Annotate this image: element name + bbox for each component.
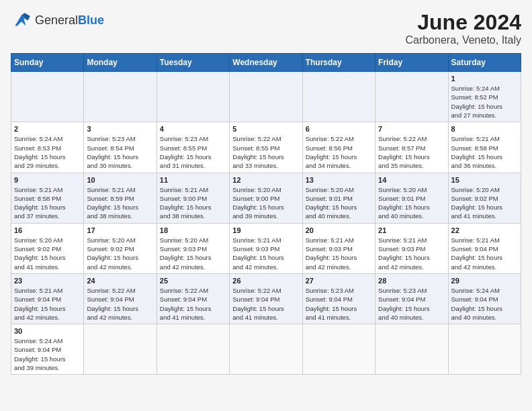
day-number: 10	[87, 176, 153, 184]
calendar-day-cell: 9Sunrise: 5:21 AMSunset: 8:58 PMDaylight…	[11, 173, 84, 223]
day-info: Sunrise: 5:21 AMSunset: 8:58 PMDaylight:…	[14, 185, 81, 221]
calendar-day-cell: 3Sunrise: 5:23 AMSunset: 8:54 PMDaylight…	[84, 122, 157, 173]
day-number: 11	[160, 176, 226, 184]
calendar-week-row: 30Sunrise: 5:24 AMSunset: 9:04 PMDayligh…	[11, 324, 521, 375]
day-info: Sunrise: 5:22 AMSunset: 8:57 PMDaylight:…	[378, 134, 445, 170]
calendar-day-cell: 26Sunrise: 5:22 AMSunset: 9:04 PMDayligh…	[230, 273, 302, 324]
calendar-day-cell	[230, 324, 302, 375]
calendar-day-cell: 19Sunrise: 5:21 AMSunset: 9:03 PMDayligh…	[230, 223, 302, 273]
day-number: 8	[451, 125, 518, 133]
day-info: Sunrise: 5:20 AMSunset: 9:01 PMDaylight:…	[378, 185, 445, 221]
day-info: Sunrise: 5:23 AMSunset: 8:54 PMDaylight:…	[87, 134, 153, 170]
day-info: Sunrise: 5:21 AMSunset: 9:03 PMDaylight:…	[306, 236, 372, 271]
day-info: Sunrise: 5:20 AMSunset: 9:02 PMDaylight:…	[14, 236, 81, 271]
calendar-day-cell: 7Sunrise: 5:22 AMSunset: 8:57 PMDaylight…	[375, 122, 448, 173]
day-info: Sunrise: 5:20 AMSunset: 9:01 PMDaylight:…	[306, 185, 372, 221]
calendar-day-cell: 17Sunrise: 5:20 AMSunset: 9:02 PMDayligh…	[84, 223, 157, 273]
calendar-day-cell	[448, 324, 521, 375]
page-header: GeneralBlue June 2024 Carbonera, Veneto,…	[11, 11, 521, 46]
calendar-day-cell: 1Sunrise: 5:24 AMSunset: 8:52 PMDaylight…	[448, 72, 521, 122]
day-number: 30	[14, 327, 81, 335]
calendar-day-cell	[84, 324, 157, 375]
calendar-day-cell	[84, 72, 157, 122]
calendar-day-cell: 23Sunrise: 5:21 AMSunset: 9:04 PMDayligh…	[11, 273, 84, 324]
day-info: Sunrise: 5:21 AMSunset: 9:03 PMDaylight:…	[232, 236, 299, 271]
day-info: Sunrise: 5:22 AMSunset: 8:55 PMDaylight:…	[232, 134, 299, 170]
day-number: 25	[160, 277, 226, 285]
weekday-header-saturday: Saturday	[448, 54, 521, 72]
day-number: 24	[87, 277, 153, 285]
day-info: Sunrise: 5:21 AMSunset: 9:03 PMDaylight:…	[378, 236, 445, 271]
day-info: Sunrise: 5:24 AMSunset: 9:04 PMDaylight:…	[451, 286, 518, 322]
day-number: 9	[14, 176, 81, 184]
calendar-day-cell	[302, 72, 375, 122]
day-info: Sunrise: 5:20 AMSunset: 9:03 PMDaylight:…	[160, 236, 226, 271]
calendar-day-cell	[375, 72, 448, 122]
day-info: Sunrise: 5:22 AMSunset: 8:56 PMDaylight:…	[306, 134, 372, 170]
day-info: Sunrise: 5:22 AMSunset: 9:04 PMDaylight:…	[87, 286, 153, 322]
day-number: 21	[378, 226, 445, 234]
calendar-day-cell: 20Sunrise: 5:21 AMSunset: 9:03 PMDayligh…	[302, 223, 375, 273]
day-number: 22	[451, 226, 518, 234]
calendar-day-cell: 29Sunrise: 5:24 AMSunset: 9:04 PMDayligh…	[448, 273, 521, 324]
day-number: 18	[160, 226, 226, 234]
calendar-day-cell: 13Sunrise: 5:20 AMSunset: 9:01 PMDayligh…	[302, 173, 375, 223]
day-number: 7	[378, 125, 445, 133]
calendar-week-row: 16Sunrise: 5:20 AMSunset: 9:02 PMDayligh…	[11, 223, 521, 273]
weekday-header-row: SundayMondayTuesdayWednesdayThursdayFrid…	[11, 54, 521, 72]
calendar-day-cell	[230, 72, 302, 122]
day-number: 13	[306, 176, 372, 184]
calendar-week-row: 23Sunrise: 5:21 AMSunset: 9:04 PMDayligh…	[11, 273, 521, 324]
calendar-day-cell: 18Sunrise: 5:20 AMSunset: 9:03 PMDayligh…	[157, 223, 229, 273]
day-info: Sunrise: 5:24 AMSunset: 8:53 PMDaylight:…	[14, 134, 81, 170]
calendar-day-cell: 25Sunrise: 5:22 AMSunset: 9:04 PMDayligh…	[157, 273, 229, 324]
day-number: 29	[451, 277, 518, 285]
calendar-day-cell: 15Sunrise: 5:20 AMSunset: 9:02 PMDayligh…	[448, 173, 521, 223]
location-subtitle: Carbonera, Veneto, Italy	[405, 34, 521, 46]
calendar-day-cell: 5Sunrise: 5:22 AMSunset: 8:55 PMDaylight…	[230, 122, 302, 173]
calendar-day-cell	[375, 324, 448, 375]
month-year-title: June 2024	[405, 11, 521, 34]
calendar-day-cell	[157, 72, 229, 122]
logo-bird-icon	[11, 11, 32, 30]
day-number: 1	[451, 75, 518, 83]
day-info: Sunrise: 5:22 AMSunset: 9:04 PMDaylight:…	[160, 286, 226, 322]
calendar-day-cell	[11, 72, 84, 122]
calendar-day-cell: 30Sunrise: 5:24 AMSunset: 9:04 PMDayligh…	[11, 324, 84, 375]
day-info: Sunrise: 5:20 AMSunset: 9:02 PMDaylight:…	[87, 236, 153, 271]
calendar-table: SundayMondayTuesdayWednesdayThursdayFrid…	[11, 53, 521, 375]
calendar-day-cell: 12Sunrise: 5:20 AMSunset: 9:00 PMDayligh…	[230, 173, 302, 223]
calendar-day-cell: 6Sunrise: 5:22 AMSunset: 8:56 PMDaylight…	[302, 122, 375, 173]
day-info: Sunrise: 5:21 AMSunset: 8:58 PMDaylight:…	[451, 134, 518, 170]
day-info: Sunrise: 5:21 AMSunset: 8:59 PMDaylight:…	[87, 185, 153, 221]
calendar-day-cell: 10Sunrise: 5:21 AMSunset: 8:59 PMDayligh…	[84, 173, 157, 223]
day-number: 17	[87, 226, 153, 234]
calendar-day-cell: 8Sunrise: 5:21 AMSunset: 8:58 PMDaylight…	[448, 122, 521, 173]
day-number: 23	[14, 277, 81, 285]
calendar-day-cell: 16Sunrise: 5:20 AMSunset: 9:02 PMDayligh…	[11, 223, 84, 273]
day-info: Sunrise: 5:21 AMSunset: 9:04 PMDaylight:…	[451, 236, 518, 271]
calendar-day-cell: 11Sunrise: 5:21 AMSunset: 9:00 PMDayligh…	[157, 173, 229, 223]
calendar-day-cell: 2Sunrise: 5:24 AMSunset: 8:53 PMDaylight…	[11, 122, 84, 173]
weekday-header-tuesday: Tuesday	[157, 54, 229, 72]
day-number: 28	[378, 277, 445, 285]
day-info: Sunrise: 5:20 AMSunset: 9:00 PMDaylight:…	[232, 185, 299, 221]
day-number: 15	[451, 176, 518, 184]
day-info: Sunrise: 5:21 AMSunset: 9:04 PMDaylight:…	[14, 286, 81, 322]
day-info: Sunrise: 5:23 AMSunset: 8:55 PMDaylight:…	[160, 134, 226, 170]
day-number: 3	[87, 125, 153, 133]
calendar-day-cell: 21Sunrise: 5:21 AMSunset: 9:03 PMDayligh…	[375, 223, 448, 273]
calendar-day-cell: 22Sunrise: 5:21 AMSunset: 9:04 PMDayligh…	[448, 223, 521, 273]
day-info: Sunrise: 5:21 AMSunset: 9:00 PMDaylight:…	[160, 185, 226, 221]
day-number: 26	[232, 277, 299, 285]
calendar-day-cell	[157, 324, 229, 375]
day-info: Sunrise: 5:20 AMSunset: 9:02 PMDaylight:…	[451, 185, 518, 221]
weekday-header-sunday: Sunday	[11, 54, 84, 72]
day-info: Sunrise: 5:24 AMSunset: 8:52 PMDaylight:…	[451, 84, 518, 120]
logo: GeneralBlue	[11, 11, 104, 30]
calendar-day-cell: 27Sunrise: 5:23 AMSunset: 9:04 PMDayligh…	[302, 273, 375, 324]
day-number: 4	[160, 125, 226, 133]
day-number: 14	[378, 176, 445, 184]
day-info: Sunrise: 5:24 AMSunset: 9:04 PMDaylight:…	[14, 336, 81, 372]
day-number: 16	[14, 226, 81, 234]
